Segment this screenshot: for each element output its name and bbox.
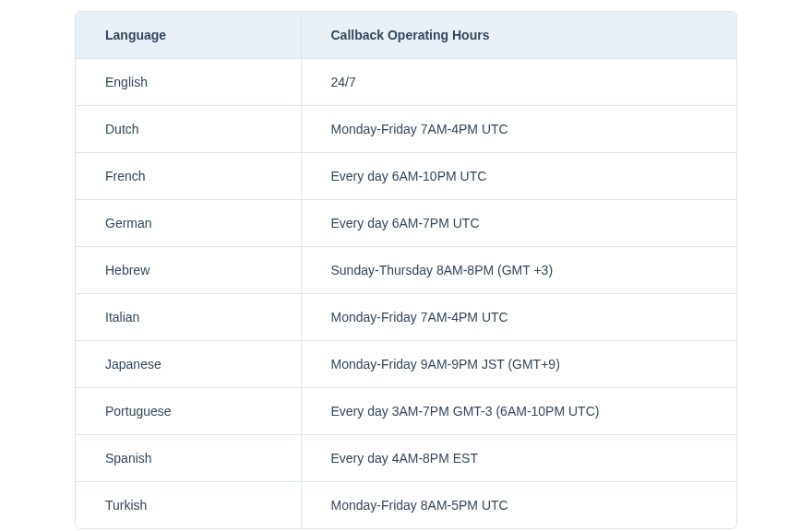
table-row: SpanishEvery day 4AM-8PM EST bbox=[76, 435, 736, 482]
cell-language: English bbox=[76, 59, 301, 106]
table-row: English24/7 bbox=[76, 59, 736, 106]
table-header-row: Language Callback Operating Hours bbox=[76, 12, 736, 59]
cell-language: Italian bbox=[76, 294, 301, 341]
cell-language: Japanese bbox=[76, 341, 301, 388]
cell-hours: Monday-Friday 8AM-5PM UTC bbox=[301, 482, 736, 529]
table-row: DutchMonday-Friday 7AM-4PM UTC bbox=[76, 106, 736, 153]
callback-hours-table-wrapper: Language Callback Operating Hours Englis… bbox=[75, 11, 737, 529]
cell-language: Spanish bbox=[76, 435, 301, 482]
cell-hours: 24/7 bbox=[301, 59, 736, 106]
header-hours: Callback Operating Hours bbox=[301, 12, 736, 59]
cell-hours: Monday-Friday 9AM-9PM JST (GMT+9) bbox=[301, 341, 736, 388]
cell-hours: Every day 3AM-7PM GMT-3 (6AM-10PM UTC) bbox=[301, 388, 736, 435]
callback-hours-table: Language Callback Operating Hours Englis… bbox=[76, 12, 736, 528]
table-row: GermanEvery day 6AM-7PM UTC bbox=[76, 200, 736, 247]
table-row: FrenchEvery day 6AM-10PM UTC bbox=[76, 153, 736, 200]
cell-hours: Every day 6AM-10PM UTC bbox=[301, 153, 736, 200]
table-row: PortugueseEvery day 3AM-7PM GMT-3 (6AM-1… bbox=[76, 388, 736, 435]
cell-hours: Monday-Friday 7AM-4PM UTC bbox=[301, 106, 736, 153]
table-row: JapaneseMonday-Friday 9AM-9PM JST (GMT+9… bbox=[76, 341, 736, 388]
cell-language: Turkish bbox=[76, 482, 301, 529]
cell-language: German bbox=[76, 200, 301, 247]
cell-hours: Every day 4AM-8PM EST bbox=[301, 435, 736, 482]
header-language: Language bbox=[76, 12, 301, 59]
cell-hours: Monday-Friday 7AM-4PM UTC bbox=[301, 294, 736, 341]
cell-hours: Every day 6AM-7PM UTC bbox=[301, 200, 736, 247]
table-row: HebrewSunday-Thursday 8AM-8PM (GMT +3) bbox=[76, 247, 736, 294]
cell-language: French bbox=[76, 153, 301, 200]
table-row: TurkishMonday-Friday 8AM-5PM UTC bbox=[76, 482, 736, 529]
cell-hours: Sunday-Thursday 8AM-8PM (GMT +3) bbox=[301, 247, 736, 294]
cell-language: Hebrew bbox=[76, 247, 301, 294]
table-row: ItalianMonday-Friday 7AM-4PM UTC bbox=[76, 294, 736, 341]
cell-language: Dutch bbox=[76, 106, 301, 153]
cell-language: Portuguese bbox=[76, 388, 301, 435]
